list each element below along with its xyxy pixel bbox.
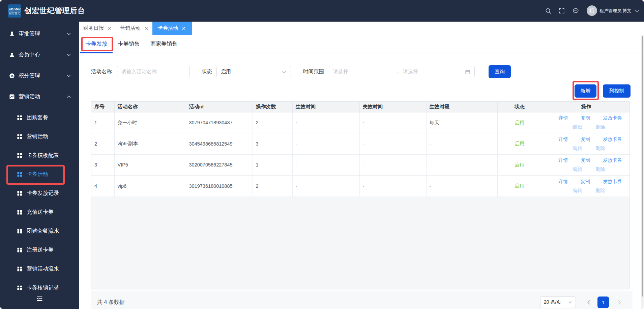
row-action-link-disabled[interactable]: 编辑	[573, 123, 582, 132]
user-menu-chevron-down-icon[interactable]	[634, 0, 640, 22]
sidebar-subitem[interactable]: 团购套餐流水	[0, 222, 79, 240]
collapse-sidebar-icon[interactable]	[35, 294, 43, 303]
row-action-link-disabled[interactable]: 删除	[595, 165, 605, 174]
row-action-link[interactable]: 复制	[581, 113, 590, 123]
actions-cell: 详情复制发放卡券编辑删除	[542, 154, 630, 176]
page-tab[interactable]: 卡券活动	[152, 22, 192, 35]
next-page-button[interactable]	[614, 297, 625, 308]
search-button[interactable]: 查询	[489, 65, 511, 78]
activity-name-label: 活动名称	[91, 68, 112, 75]
sidebar-item[interactable]: 营销活动	[0, 87, 79, 106]
page-tab[interactable]: 营销活动	[116, 22, 152, 35]
row-action-link[interactable]: 复制	[581, 177, 590, 186]
row-action-link[interactable]: 发放卡券	[603, 156, 622, 165]
row-action-link[interactable]: 详情	[558, 156, 568, 165]
status-cell: 启用	[497, 176, 542, 197]
row-action-link-disabled[interactable]: 删除	[595, 186, 605, 195]
current-page-button[interactable]: 1	[597, 297, 609, 308]
row-action-link[interactable]: 发放卡券	[603, 177, 622, 186]
scrollbar-thumb[interactable]	[642, 36, 643, 297]
sidebar-subitem[interactable]: 卡券发放记录	[0, 184, 79, 203]
add-button[interactable]: 新增	[575, 84, 596, 98]
status-badge: 启用	[515, 183, 525, 188]
activity-name-input[interactable]: 请输入活动名称	[117, 66, 190, 77]
table-cell: VIP5	[114, 154, 186, 176]
table-cell: -	[426, 176, 497, 197]
stamp-icon	[9, 31, 14, 36]
row-action-link[interactable]: 复制	[581, 135, 590, 144]
close-tab-icon[interactable]	[108, 27, 111, 30]
row-action-link[interactable]: 复制	[581, 156, 590, 165]
row-action-link[interactable]: 详情	[558, 113, 568, 123]
sidebar-subitem[interactable]: 团购套餐	[0, 108, 79, 127]
table-cell: 3020070566227845	[186, 154, 253, 176]
section-tab[interactable]: 卡券发放	[80, 35, 113, 53]
row-action-link[interactable]: 发放卡券	[603, 135, 622, 144]
table-cell: 每天	[426, 112, 497, 133]
chevron-down-icon	[67, 75, 71, 77]
table-cell: -	[359, 176, 426, 197]
row-action-link-disabled[interactable]: 编辑	[573, 186, 582, 195]
row-action-link[interactable]: 详情	[558, 135, 568, 144]
sidebar-subitem[interactable]: 卡券核销记录	[0, 278, 79, 290]
sidebar-item[interactable]: e积分管理	[0, 66, 79, 85]
sidebar-item[interactable]: 会员中心	[0, 45, 79, 64]
user-name[interactable]: 租户管理员 博文	[599, 0, 632, 22]
section-tabs-bar: 卡券发放卡券销售商家券销售	[79, 35, 642, 53]
prev-page-button[interactable]	[583, 297, 594, 308]
search-icon[interactable]	[546, 0, 551, 22]
sidebar-subitem[interactable]: 营销活动	[0, 127, 79, 146]
row-action-link-disabled[interactable]: 删除	[595, 123, 605, 132]
grid-icon	[17, 266, 22, 272]
column-control-button[interactable]: 列控制	[603, 84, 631, 98]
table-column-header: 生效时段	[426, 102, 497, 112]
row-action-link-disabled[interactable]: 编辑	[573, 165, 582, 174]
page-tabs-bar: 财务日报营销活动卡券活动	[79, 22, 644, 35]
row-action-link[interactable]: 详情	[558, 177, 568, 186]
sidebar-subitem[interactable]: 充值送卡券	[0, 203, 79, 222]
table-cell: vip6-副本	[114, 133, 186, 155]
table-cell: -	[359, 154, 426, 176]
section-tab[interactable]: 卡券销售	[113, 35, 145, 53]
sidebar-footer	[0, 290, 79, 309]
page-tab-label: 卡券活动	[158, 25, 178, 32]
content-area: 卡券发放卡券销售商家券销售 活动名称 请输入活动名称 状态 启用 时间范围 请选…	[79, 35, 644, 309]
chevron-down-icon	[67, 54, 71, 56]
message-icon[interactable]	[573, 0, 579, 22]
table-cell: 4	[91, 176, 114, 197]
grid-icon	[17, 229, 22, 234]
sidebar-item[interactable]: 审批管理	[0, 24, 79, 43]
sidebar-subitem[interactable]: 营销活动流水	[0, 259, 79, 278]
table-column-header: 活动id	[186, 102, 253, 112]
status-select[interactable]: 启用	[216, 66, 291, 77]
grid-icon	[17, 285, 22, 290]
sidebar-subitem[interactable]: 注册送卡券	[0, 240, 79, 259]
sidebar-item-label: 会员中心	[19, 51, 40, 58]
sidebar-item-label: 积分管理	[19, 72, 40, 79]
table-row: 2vip6-副本30454986858125493---启用详情复制发放卡券编辑…	[91, 133, 630, 155]
grid-icon	[17, 153, 22, 158]
row-action-link[interactable]: 发放卡券	[603, 113, 622, 123]
page-tab[interactable]: 财务日报	[79, 22, 116, 35]
close-tab-icon[interactable]	[182, 27, 185, 30]
row-action-link-disabled[interactable]: 编辑	[573, 144, 582, 153]
table-column-header: 活动名称	[114, 102, 186, 112]
user-avatar[interactable]: 租	[587, 5, 597, 16]
grid-icon	[17, 210, 22, 215]
chevron-down-icon	[568, 301, 572, 304]
date-range-picker[interactable]: 请选择 - 请选择	[329, 66, 475, 77]
table-cell: 2	[253, 112, 292, 133]
chevron-down-icon	[282, 71, 286, 73]
sidebar-subitem[interactable]: 卡券活动	[0, 165, 79, 184]
table-cell: 3	[91, 154, 114, 176]
page-tab-label: 财务日报	[83, 25, 104, 32]
page-size-select[interactable]: 20 条/页	[540, 297, 576, 308]
page-size-value: 20 条/页	[544, 299, 561, 305]
close-tab-icon[interactable]	[145, 27, 148, 30]
fullscreen-icon[interactable]	[559, 0, 564, 22]
row-action-link-disabled[interactable]: 删除	[595, 144, 605, 153]
status-label: 状态	[202, 68, 212, 75]
sidebar-subitem[interactable]: 卡券模板配置	[0, 146, 79, 165]
section-tab[interactable]: 商家券销售	[145, 35, 183, 53]
scrollbar-track[interactable]	[641, 35, 644, 309]
